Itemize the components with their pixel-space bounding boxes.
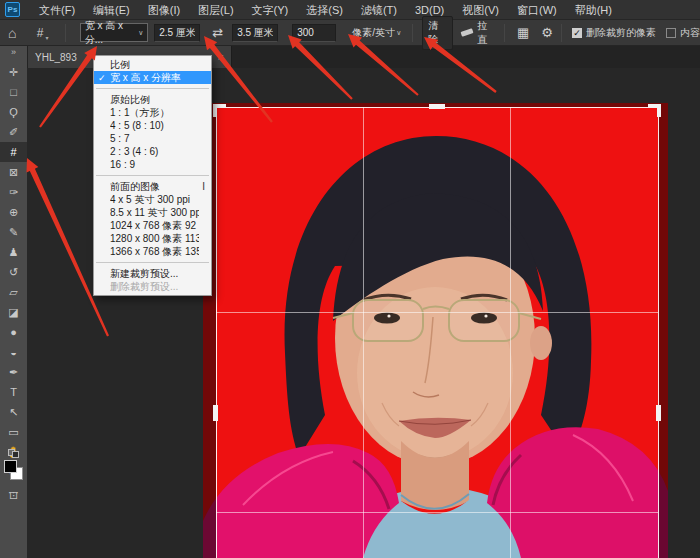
foreground-color-swatch[interactable]	[4, 460, 17, 473]
crop-handle-top-center[interactable]	[429, 104, 445, 109]
tool-window[interactable]: 窗口(W)	[508, 0, 566, 20]
straighten-icon	[461, 28, 474, 37]
tool-frame[interactable]: ⊠	[0, 162, 27, 182]
gear-icon[interactable]: ⚙	[541, 25, 553, 40]
tool-history-brush[interactable]: ↺	[0, 262, 27, 282]
crop-height-input[interactable]	[232, 24, 278, 42]
crop-width-input[interactable]	[154, 24, 200, 42]
grid-line-horizontal	[216, 512, 658, 513]
content-aware-option[interactable]: 内容	[666, 26, 700, 40]
tool-healing-brush[interactable]: ⊕	[0, 202, 27, 222]
preset-menu-item-16-9[interactable]: 16 : 9	[94, 158, 211, 171]
crop-edge-left[interactable]	[216, 107, 217, 558]
tool-dodge[interactable]: ◒	[0, 342, 27, 362]
resolution-unit-dropdown[interactable]: 像素/英寸 ∨	[349, 23, 404, 42]
delete-cropped-pixels-label: 删除裁剪的像素	[586, 26, 656, 40]
preset-menu-item-1-1-square[interactable]: 1 : 1（方形）	[94, 106, 211, 119]
preset-menu-item[interactable]	[96, 175, 209, 176]
tool-preset-caret-icon: ▾	[45, 34, 48, 41]
tool-path-selection[interactable]: ↖	[0, 402, 27, 422]
preset-menu-item-1280x800[interactable]: 1280 x 800 像素 113 ppi	[94, 232, 211, 245]
screen-mode-icon[interactable]: ⊡	[0, 489, 27, 502]
checkbox-unchecked-icon[interactable]	[666, 28, 676, 38]
preset-menu-item-2-3[interactable]: 2 : 3 (4 : 6)	[94, 145, 211, 158]
checkmark-icon: ✓	[98, 73, 110, 83]
delete-cropped-pixels-option[interactable]: ✓ 删除裁剪的像素	[572, 26, 656, 40]
separator	[65, 24, 66, 42]
tool-type[interactable]: T	[0, 382, 27, 402]
tool-brush[interactable]: ✎	[0, 222, 27, 242]
resolution-unit-label: 像素/英寸	[352, 26, 395, 40]
collapse-panel-icon[interactable]: »	[0, 46, 27, 60]
tool-pen[interactable]: ✒	[0, 362, 27, 382]
tool-eraser[interactable]: ▱	[0, 282, 27, 302]
preset-menu-item[interactable]	[96, 262, 209, 263]
color-swatches[interactable]	[0, 459, 27, 485]
checkbox-checked-icon[interactable]: ✓	[572, 28, 582, 38]
tool-clone-stamp[interactable]: ♟	[0, 242, 27, 262]
crop-handle-left-middle[interactable]	[213, 405, 218, 421]
preset-menu-item-1366x768[interactable]: 1366 x 768 像素 135 ppi	[94, 245, 211, 258]
tool-blur[interactable]: ●	[0, 322, 27, 342]
preset-menu-item-w-h-resolution[interactable]: ✓ 宽 x 高 x 分辨率	[94, 71, 211, 84]
tools-panel: » ✛ □ Ϙ ✐ #	[0, 46, 27, 558]
straighten-button[interactable]: 拉直	[461, 19, 496, 47]
crop-handle-top-left[interactable]	[213, 104, 226, 117]
grid-line-vertical	[510, 107, 511, 558]
tool-layer[interactable]: 图层(L)	[189, 0, 242, 20]
preset-menu-item-4-5[interactable]: 4 : 5 (8 : 10)	[94, 119, 211, 132]
chevron-down-icon: ∨	[396, 29, 401, 37]
crop-edge-right[interactable]	[658, 107, 659, 558]
separator	[561, 24, 562, 42]
tool-type[interactable]: 文字(Y)	[243, 0, 298, 20]
preset-menu-item-original-ratio[interactable]: 原始比例	[94, 93, 211, 106]
preset-menu-item-ratio[interactable]: 比例	[94, 58, 211, 71]
portrait-photo	[203, 103, 668, 558]
crop-preset-dropdown[interactable]: 宽 x 高 x 分... ∨	[80, 23, 149, 42]
menu-bar: Ps 文件(F) 编辑(E) 图像(I) 图层(L) 文字(Y) 选择(S) 滤…	[0, 0, 700, 20]
straighten-label: 拉直	[477, 19, 496, 47]
tool-marquee[interactable]: □	[0, 82, 27, 102]
preset-menu-item-8.5x11-300ppi[interactable]: 8.5 x 11 英寸 300 ppi	[94, 206, 211, 219]
tool-view[interactable]: 视图(V)	[453, 0, 508, 20]
tool-crop[interactable]: #	[0, 142, 27, 162]
photoshop-window: Ps 文件(F) 编辑(E) 图像(I) 图层(L) 文字(Y) 选择(S) 滤…	[0, 0, 700, 558]
preset-menu-item[interactable]	[96, 88, 209, 89]
crop-handle-right-middle[interactable]	[656, 405, 661, 421]
tool-edit[interactable]: 编辑(E)	[84, 0, 139, 20]
tool-file[interactable]: 文件(F)	[30, 0, 84, 20]
preset-menu-item-delete-crop-preset[interactable]: 删除裁剪预设...	[94, 280, 211, 293]
tool-gradient[interactable]: ◪	[0, 302, 27, 322]
photoshop-logo: Ps	[5, 2, 20, 17]
tool-lasso[interactable]: Ϙ	[0, 102, 27, 122]
crop-handle-top-right[interactable]	[648, 104, 661, 117]
tool-move[interactable]: ✛	[0, 62, 27, 82]
swap-dimensions-icon[interactable]: ⇄	[212, 25, 223, 40]
chevron-down-icon: ∨	[138, 29, 143, 37]
tool-image[interactable]: 图像(I)	[139, 0, 189, 20]
preset-menu-item-5-7[interactable]: 5 : 7	[94, 132, 211, 145]
preset-menu-item-4x5-300ppi[interactable]: 4 x 5 英寸 300 ppi	[94, 193, 211, 206]
mask-mode-icon[interactable]	[0, 445, 27, 459]
crop-icon: #	[37, 26, 44, 40]
crop-tool-badge[interactable]: # ▾	[28, 23, 56, 43]
preset-menu-item-front-image[interactable]: 前面的图像 I	[94, 180, 211, 193]
overlay-grid-icon[interactable]: ▦	[517, 25, 529, 40]
content-aware-label: 内容	[680, 26, 700, 40]
tool-select[interactable]: 选择(S)	[297, 0, 352, 20]
crop-shield-right	[658, 103, 668, 558]
clear-button[interactable]: 清除	[422, 16, 453, 50]
tool-filter[interactable]: 滤镜(T)	[352, 0, 406, 20]
tool-help[interactable]: 帮助(H)	[566, 0, 621, 20]
options-bar: ⌂ # ▾ 宽 x 高 x 分... ∨ ⇄ 像素/英寸 ∨ 清除 拉直 ▦ ⚙…	[0, 20, 700, 46]
separator	[504, 24, 505, 42]
home-icon[interactable]: ⌂	[8, 25, 16, 41]
close-tab-icon[interactable]: ×	[218, 51, 224, 63]
preset-menu-item-new-crop-preset[interactable]: 新建裁剪预设...	[94, 267, 211, 280]
tool-shape[interactable]: ▭	[0, 422, 27, 442]
tool-quick-selection[interactable]: ✐	[0, 122, 27, 142]
crop-resolution-input[interactable]	[292, 24, 336, 42]
tool-eyedropper[interactable]: ✑	[0, 182, 27, 202]
grid-line-horizontal	[216, 312, 658, 313]
preset-menu-item-1024x768[interactable]: 1024 x 768 像素 92 ppi	[94, 219, 211, 232]
